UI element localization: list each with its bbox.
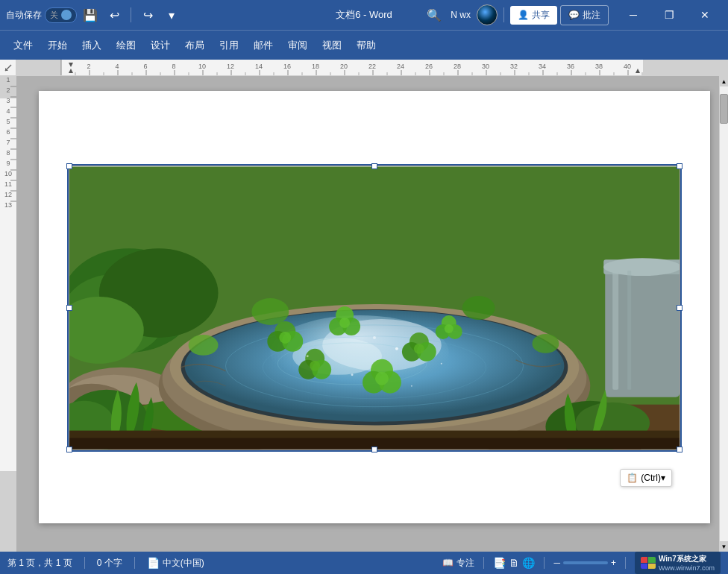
toggle-dot	[61, 10, 72, 20]
language-text: 中文(中国)	[163, 557, 204, 570]
svg-point-160	[462, 296, 495, 320]
svg-text:8: 8	[6, 149, 10, 157]
handle-tl[interactable]	[66, 163, 72, 169]
close-button[interactable]: ✕	[688, 3, 722, 27]
svg-text:12: 12	[227, 63, 234, 70]
review-label: 批注	[583, 9, 600, 22]
svg-text:4: 4	[115, 63, 119, 70]
win7-text: Win7系统之家 Www.winwin7.com	[659, 554, 715, 572]
paste-tooltip[interactable]: 📋 (Ctrl)▾	[620, 469, 672, 487]
undo-button[interactable]: ↩	[104, 4, 125, 25]
svg-rect-0	[16, 60, 61, 75]
svg-text:30: 30	[482, 63, 489, 70]
handle-br[interactable]	[677, 447, 682, 452]
focus-area[interactable]: 📖 专注	[442, 557, 474, 570]
save-button[interactable]: 💾	[80, 4, 101, 25]
status-right-area: 📖 专注 📑 🗎 🌐 ─ + Win7系统之家	[442, 552, 721, 574]
avatar-icon[interactable]	[477, 4, 498, 25]
review-button[interactable]: 💬 批注	[560, 5, 609, 25]
menu-draw[interactable]: 绘图	[109, 34, 143, 57]
svg-text:38: 38	[595, 63, 603, 70]
share-icon: 👤	[518, 10, 529, 20]
page-info: 第 1 页，共 1 页	[7, 557, 72, 570]
read-view-button[interactable]: 📑	[493, 557, 506, 569]
svg-point-128	[279, 332, 291, 344]
menu-home[interactable]: 开始	[40, 34, 75, 57]
svg-text:20: 20	[340, 63, 348, 70]
handle-bm[interactable]	[371, 447, 377, 452]
svg-text:1: 1	[6, 76, 10, 83]
paste-icon: 📋	[627, 473, 638, 483]
top-margin	[69, 121, 680, 165]
document-image[interactable]: 📋 (Ctrl)▾	[69, 165, 680, 450]
menu-references[interactable]: 引用	[212, 34, 246, 57]
scroll-down-button[interactable]: ▼	[720, 541, 728, 552]
svg-point-136	[414, 344, 424, 354]
focus-label: 专注	[456, 557, 474, 570]
top-right-buttons: 🔍 N wx 👤 共享 💬 批注	[424, 4, 609, 25]
win7-label: Win7系统之家	[659, 554, 715, 564]
title-bar: 自动保存 关 💾 ↩ ↪ ▾ 文档6 - Word 🔍 N wx 👤 共享 💬 …	[0, 0, 728, 30]
ruler-horizontal-marks: 2 4 6 8 10 12 14 16 18 20 22 24 26	[16, 60, 728, 75]
svg-text:32: 32	[510, 63, 518, 70]
svg-point-159	[251, 298, 289, 325]
handle-mr[interactable]	[677, 305, 682, 311]
separator-1	[131, 7, 131, 22]
redo-button[interactable]: ↪	[137, 4, 158, 25]
autosave-toggle[interactable]: 关	[45, 7, 77, 23]
win7-branding: Win7系统之家 Www.winwin7.com	[635, 552, 721, 574]
nwx-label: N wx	[451, 10, 471, 20]
menu-help[interactable]: 帮助	[349, 34, 383, 57]
menu-view[interactable]: 视图	[315, 34, 349, 57]
flag-q3	[641, 564, 648, 570]
scroll-thumb[interactable]	[720, 94, 728, 124]
handle-tr[interactable]	[677, 163, 682, 169]
menu-mail[interactable]: 邮件	[246, 34, 280, 57]
more-button[interactable]: ▾	[161, 4, 182, 25]
minimize-button[interactable]: ─	[616, 3, 650, 27]
svg-text:2: 2	[6, 86, 10, 94]
svg-point-149	[395, 347, 398, 350]
svg-text:7: 7	[6, 139, 10, 146]
menu-layout[interactable]: 布局	[178, 34, 212, 57]
svg-rect-70	[0, 471, 16, 552]
share-label: 共享	[532, 9, 550, 22]
menu-insert[interactable]: 插入	[75, 34, 109, 57]
status-div-3	[483, 557, 484, 569]
review-icon: 💬	[568, 10, 580, 20]
document-title: 文档6 - Word	[336, 8, 392, 22]
document-area[interactable]: 📋 (Ctrl)▾	[16, 76, 719, 552]
autosave-area: 自动保存 关	[6, 7, 77, 23]
menu-review[interactable]: 审阅	[280, 34, 315, 57]
ruler-horizontal: 2 4 6 8 10 12 14 16 18 20 22 24 26	[0, 60, 728, 76]
zoom-in-button[interactable]: +	[611, 558, 616, 568]
svg-text:8: 8	[172, 63, 175, 70]
restore-button[interactable]: ❐	[652, 3, 686, 27]
toggle-state-label: 关	[50, 10, 58, 21]
vertical-scrollbar[interactable]: ▲ ▼	[719, 76, 728, 552]
scroll-up-button[interactable]: ▲	[720, 76, 728, 86]
print-view-button[interactable]: 🗎	[509, 557, 519, 569]
svg-point-154	[373, 336, 376, 339]
share-button[interactable]: 👤 共享	[510, 6, 557, 25]
handle-tm[interactable]	[371, 163, 377, 169]
search-icon[interactable]: 🔍	[424, 4, 445, 25]
menu-design[interactable]: 设计	[143, 34, 178, 57]
scroll-track	[720, 86, 728, 541]
zoom-slider[interactable]	[563, 561, 608, 564]
svg-rect-2	[643, 60, 728, 75]
title-text: 文档6 - Word	[336, 8, 392, 22]
status-div-2	[134, 557, 135, 569]
svg-text:4: 4	[6, 107, 10, 115]
svg-point-132	[339, 318, 350, 328]
status-div-1	[84, 557, 85, 569]
language-item: 📄 中文(中国)	[147, 557, 204, 570]
svg-text:2: 2	[87, 63, 90, 70]
menu-file[interactable]: 文件	[6, 34, 40, 57]
word-count: 0 个字	[97, 557, 122, 570]
web-view-button[interactable]: 🌐	[522, 557, 535, 569]
handle-bl[interactable]	[66, 447, 72, 452]
handle-ml[interactable]	[66, 305, 72, 311]
svg-text:10: 10	[4, 170, 12, 177]
zoom-out-button[interactable]: ─	[553, 558, 560, 568]
